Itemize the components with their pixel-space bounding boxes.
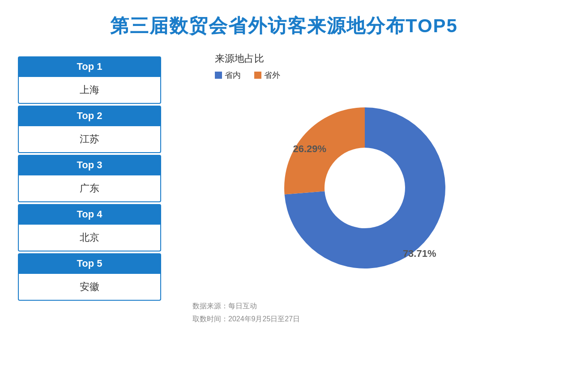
- legend-label: 省内: [225, 70, 241, 81]
- donut-chart: 26.29% 73.71%: [266, 89, 463, 286]
- pct-blue-label: 73.71%: [403, 248, 436, 260]
- top-header: Top 3: [18, 155, 161, 175]
- data-time: 取数时间：2024年9月25日至27日: [192, 313, 550, 326]
- top-header: Top 5: [18, 253, 161, 274]
- top-body: 江苏: [18, 126, 161, 153]
- top-item: Top 4北京: [18, 204, 161, 251]
- footer-notes: 数据来源：每日互动 取数时间：2024年9月25日至27日: [192, 300, 550, 326]
- legend-color-box: [254, 72, 261, 79]
- top-header: Top 2: [18, 106, 161, 126]
- top-body: 北京: [18, 225, 161, 251]
- legend-item: 省内: [215, 70, 241, 81]
- top-item: Top 5安徽: [18, 253, 161, 301]
- legend-item: 省外: [254, 70, 280, 81]
- chart-title: 来源地占比: [215, 52, 264, 65]
- top-header: Top 4: [18, 204, 161, 225]
- legend-label: 省外: [264, 70, 280, 81]
- top-body: 广东: [18, 175, 161, 202]
- top-header: Top 1: [18, 56, 161, 77]
- page-title: 第三届数贸会省外访客来源地分布TOP5: [110, 13, 458, 38]
- right-panel: 来源地占比 省内省外 26.29% 73.71% 数据来源：每日互动 取数时间：…: [161, 52, 550, 326]
- top-item: Top 1上海: [18, 56, 161, 104]
- top-item: Top 3广东: [18, 155, 161, 202]
- chart-legend: 省内省外: [215, 70, 280, 81]
- left-panel: Top 1上海Top 2江苏Top 3广东Top 4北京Top 5安徽: [18, 56, 161, 303]
- top-body: 安徽: [18, 274, 161, 301]
- data-source: 数据来源：每日互动: [192, 300, 550, 313]
- pct-orange-label: 26.29%: [293, 143, 327, 155]
- top-item: Top 2江苏: [18, 106, 161, 153]
- legend-color-box: [215, 72, 222, 79]
- top-body: 上海: [18, 77, 161, 104]
- main-content: Top 1上海Top 2江苏Top 3广东Top 4北京Top 5安徽 来源地占…: [18, 52, 550, 383]
